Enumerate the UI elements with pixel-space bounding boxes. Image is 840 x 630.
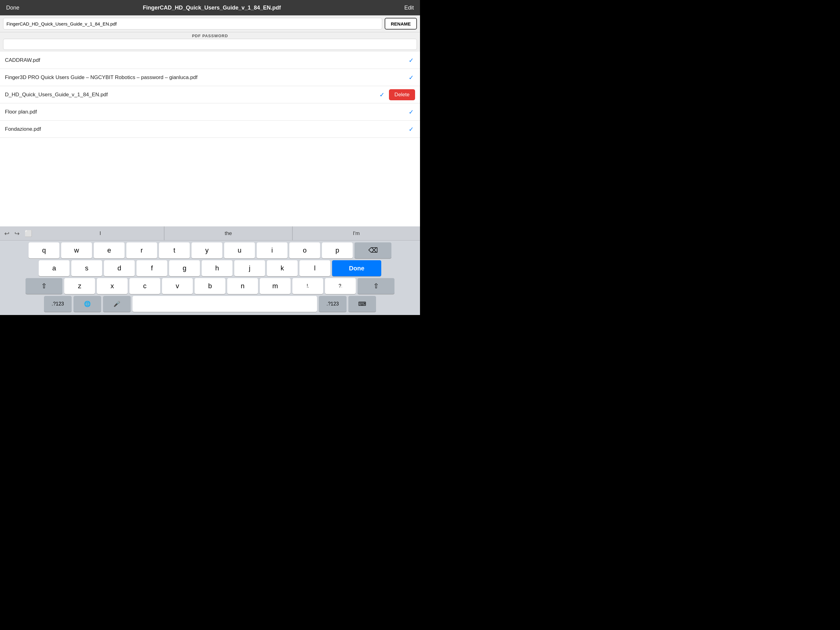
- key-s[interactable]: s: [71, 260, 102, 276]
- rename-button[interactable]: RENAME: [385, 18, 417, 30]
- checkmark-icon: ✓: [409, 57, 414, 64]
- file-name: Fondazione.pdf: [5, 126, 409, 132]
- file-name: Floor plan.pdf: [5, 109, 409, 115]
- key-y[interactable]: y: [191, 242, 222, 258]
- key-row-1: q w e r t y u i o p ⌫: [1, 242, 419, 258]
- key-w[interactable]: w: [61, 242, 92, 258]
- file-name: Finger3D PRO Quick Users Guide – NGCYBIT…: [5, 74, 409, 81]
- checkmark-icon: ✓: [409, 74, 414, 81]
- checkmark-icon: ✓: [409, 108, 414, 116]
- backspace-key[interactable]: ⌫: [355, 242, 392, 258]
- mic-key[interactable]: 🎤: [103, 296, 131, 312]
- autocomplete-word-the[interactable]: the: [164, 226, 292, 241]
- key-r[interactable]: r: [126, 242, 157, 258]
- delete-button[interactable]: Delete: [389, 89, 415, 100]
- keyboard-done-key[interactable]: Done: [332, 260, 381, 276]
- checkmark-icon: ✓: [379, 91, 385, 98]
- key-d[interactable]: d: [104, 260, 135, 276]
- redo-button[interactable]: ↪: [13, 229, 22, 238]
- key-f[interactable]: f: [136, 260, 167, 276]
- paste-button[interactable]: ⬜: [23, 229, 34, 238]
- key-n[interactable]: n: [227, 278, 258, 294]
- key-b[interactable]: b: [195, 278, 225, 294]
- num-key-left[interactable]: .?123: [44, 296, 72, 312]
- num-key-right[interactable]: .?123: [319, 296, 346, 312]
- autocomplete-word-im[interactable]: I'm: [292, 226, 420, 241]
- nav-bar: Done FingerCAD_HD_Quick_Users_Guide_v_1_…: [0, 0, 420, 15]
- key-c[interactable]: c: [129, 278, 160, 294]
- globe-key[interactable]: 🌐: [74, 296, 101, 312]
- key-z[interactable]: z: [64, 278, 95, 294]
- key-question[interactable]: ?.: [325, 278, 356, 294]
- key-row-3: ⇧ z x c v b n m !, ?. ⇧: [1, 278, 419, 294]
- autocomplete-left-icons: ↩ ↪ ⬜: [0, 229, 36, 238]
- rename-bar: RENAME: [0, 15, 420, 32]
- key-p[interactable]: p: [322, 242, 353, 258]
- file-row[interactable]: Floor plan.pdf ✓: [0, 103, 420, 120]
- password-input-wrap: [0, 39, 420, 52]
- keyboard-keys: q w e r t y u i o p ⌫ a s d f g h j k l …: [0, 241, 420, 315]
- key-e[interactable]: e: [94, 242, 125, 258]
- autocomplete-words: I the I'm: [36, 226, 420, 241]
- pdf-password-label: PDF PASSWORD: [0, 32, 420, 39]
- checkmark-icon: ✓: [409, 125, 414, 133]
- content-area: RENAME PDF PASSWORD CADDRAW.pdf ✓ Finger…: [0, 15, 420, 226]
- key-l[interactable]: l: [300, 260, 330, 276]
- autocomplete-bar: ↩ ↪ ⬜ I the I'm: [0, 226, 420, 241]
- autocomplete-word-I[interactable]: I: [36, 226, 164, 241]
- key-i[interactable]: i: [257, 242, 287, 258]
- key-g[interactable]: g: [169, 260, 200, 276]
- key-row-2: a s d f g h j k l Done: [1, 260, 419, 276]
- key-t[interactable]: t: [159, 242, 190, 258]
- shift-right-key[interactable]: ⇧: [358, 278, 395, 294]
- file-list: CADDRAW.pdf ✓ Finger3D PRO Quick Users G…: [0, 52, 420, 138]
- undo-button[interactable]: ↩: [2, 229, 11, 238]
- key-v[interactable]: v: [162, 278, 193, 294]
- rename-input[interactable]: [3, 18, 382, 30]
- nav-title: FingerCAD_HD_Quick_Users_Guide_v_1_84_EN…: [143, 5, 281, 11]
- file-row-selected[interactable]: D_HD_Quick_Users_Guide_v_1_84_EN.pdf ✓ D…: [0, 86, 420, 103]
- file-row[interactable]: Fondazione.pdf ✓: [0, 120, 420, 138]
- shift-left-key[interactable]: ⇧: [25, 278, 62, 294]
- file-row[interactable]: CADDRAW.pdf ✓: [0, 52, 420, 69]
- key-j[interactable]: j: [234, 260, 265, 276]
- hide-keyboard-key[interactable]: ⌨︎: [348, 296, 376, 312]
- key-m[interactable]: m: [260, 278, 291, 294]
- done-nav-button[interactable]: Done: [6, 5, 19, 11]
- key-q[interactable]: q: [28, 242, 59, 258]
- key-o[interactable]: o: [289, 242, 320, 258]
- key-k[interactable]: k: [267, 260, 298, 276]
- key-row-4: .?123 🌐 🎤 .?123 ⌨︎: [1, 296, 419, 312]
- key-a[interactable]: a: [39, 260, 69, 276]
- file-name: D_HD_Quick_Users_Guide_v_1_84_EN.pdf: [5, 92, 379, 98]
- keyboard-area: ↩ ↪ ⬜ I the I'm q w e r t y u i o p ⌫ a: [0, 226, 420, 315]
- key-x[interactable]: x: [97, 278, 128, 294]
- file-name: CADDRAW.pdf: [5, 57, 409, 63]
- edit-nav-button[interactable]: Edit: [404, 5, 414, 11]
- password-input[interactable]: [3, 39, 417, 50]
- spacebar-key[interactable]: [133, 296, 317, 312]
- key-exclaim[interactable]: !,: [292, 278, 323, 294]
- key-u[interactable]: u: [224, 242, 255, 258]
- key-h[interactable]: h: [202, 260, 232, 276]
- file-row[interactable]: Finger3D PRO Quick Users Guide – NGCYBIT…: [0, 69, 420, 86]
